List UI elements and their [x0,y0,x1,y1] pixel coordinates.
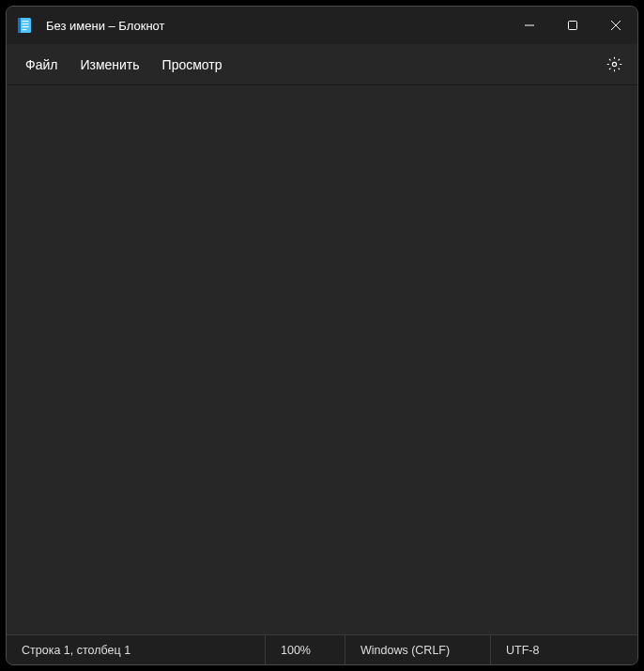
window-controls [508,7,637,44]
svg-rect-6 [569,22,577,30]
settings-button[interactable] [598,49,630,81]
close-button[interactable] [594,7,637,44]
menu-edit[interactable]: Изменить [69,52,150,78]
svg-point-7 [612,62,616,66]
svg-rect-3 [23,23,29,24]
maximize-button[interactable] [551,7,594,44]
notepad-icon [16,17,33,34]
menu-file[interactable]: Файл [14,52,69,78]
status-encoding: UTF-8 [490,635,637,664]
svg-rect-2 [23,21,29,22]
window-title: Без имени – Блокнот [46,19,508,33]
titlebar[interactable]: Без имени – Блокнот [7,7,637,44]
status-position: Строка 1, столбец 1 [7,635,265,664]
minimize-button[interactable] [508,7,551,44]
svg-rect-4 [23,26,29,27]
menubar: Файл Изменить Просмотр [7,44,637,85]
statusbar: Строка 1, столбец 1 100% Windows (CRLF) … [7,634,637,664]
text-editor[interactable] [7,85,637,634]
svg-rect-1 [18,18,21,33]
status-zoom: 100% [265,635,345,664]
menu-view[interactable]: Просмотр [151,52,234,78]
status-line-ending: Windows (CRLF) [345,635,490,664]
svg-rect-5 [23,29,27,30]
notepad-window: Без имени – Блокнот Файл Изменить Просмо… [6,6,638,665]
